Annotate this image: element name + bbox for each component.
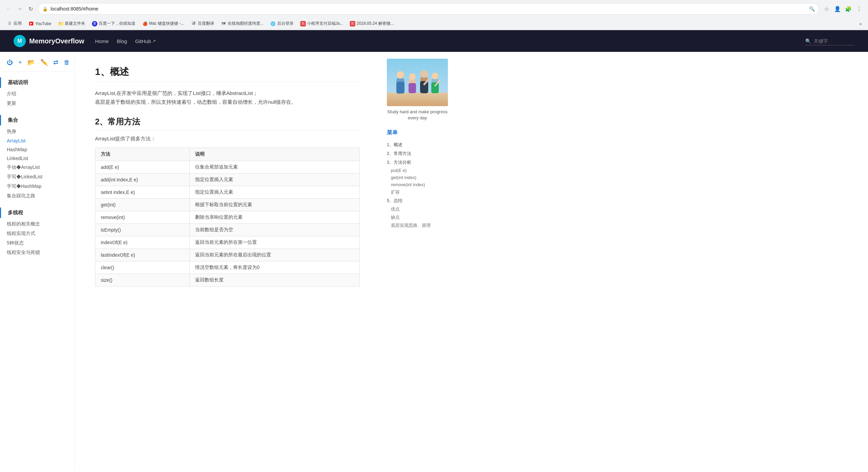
bookmark-backend[interactable]: 🌐 后台登录: [268, 20, 296, 27]
svg-rect-13: [431, 82, 439, 93]
external-link-icon: ↗: [152, 39, 156, 43]
add-button[interactable]: +: [18, 59, 22, 66]
bookmarks-bar: ⠿ 应用 ▶ YouTube 📁 新建文件夹 百 百度一下，你就知道 🍎 Mac…: [0, 18, 868, 30]
edit-button[interactable]: ✏️: [40, 59, 48, 66]
content-area: 1、概述 ArrayList,在开发中应用是很广范的，实现了List接口，继承A…: [75, 52, 380, 470]
table-cell-desc: 指定位置插入元素: [190, 186, 360, 199]
toc-item[interactable]: 缺点: [387, 213, 448, 221]
sidebar-item-write-linkedlist[interactable]: 手写◆LinkedList: [0, 172, 74, 182]
sidebar-item-warmup[interactable]: 热身: [0, 127, 74, 136]
right-sidebar: Study hard and make progress every day 菜…: [380, 52, 455, 470]
sidebar-item-thread-safety[interactable]: 线程安全与死锁: [0, 248, 74, 257]
table-cell-desc: 指定位置插入元素: [190, 174, 360, 186]
toc-item[interactable]: get(int index): [387, 174, 448, 181]
sidebar-item-hashmap[interactable]: HashMap: [0, 145, 74, 154]
reload-button[interactable]: ↻: [26, 4, 35, 14]
sidebar-item-arraylist[interactable]: ArrayList: [0, 136, 74, 145]
sidebar-section-multithread: 多线程 线程的相关概念 线程实现方式 5种状态 线程安全与死锁: [0, 208, 74, 257]
table-cell-desc: 返回当前元素的所在第一位置: [190, 236, 360, 249]
sidebar-item-collection-pitfalls[interactable]: 集合踩坑之路: [0, 191, 74, 201]
bookmark-mac[interactable]: 🍎 Mac 键盘快捷键 -...: [139, 20, 187, 27]
table-row: remove(int)删除当亲响位置的元素: [95, 211, 360, 224]
search-icon: 🔍: [809, 6, 815, 12]
more-options-button[interactable]: ⋮: [854, 4, 864, 14]
nav-blog[interactable]: Blog: [117, 38, 127, 44]
bookmark-translate-label: 百度翻译: [198, 21, 214, 26]
globe-icon: 🌐: [270, 21, 276, 26]
extensions-button[interactable]: 🧩: [844, 4, 853, 14]
toc-title: 菜单: [387, 129, 448, 136]
folder-icon: 📁: [58, 21, 63, 26]
address-bar[interactable]: 🔒 🔍: [38, 3, 819, 15]
github-label: GitHub: [135, 38, 151, 44]
back-button[interactable]: ←: [4, 4, 14, 14]
toc-item[interactable]: 5、总结: [387, 196, 448, 205]
bookmark-decrypt-label: 2018.05.24 解密微...: [357, 21, 394, 26]
table-header-method: 方法: [95, 148, 190, 161]
bookmark-miniapp[interactable]: 简 小程序支付后端Ja...: [298, 20, 346, 27]
svg-rect-4: [396, 82, 404, 94]
search-input[interactable]: [814, 38, 854, 44]
share-button[interactable]: ⇄: [53, 59, 58, 66]
table-header-desc: 说明: [190, 148, 360, 161]
power-button[interactable]: ⏻: [7, 59, 13, 66]
toc-item[interactable]: 优点: [387, 205, 448, 213]
sidebar-item-linkedlist[interactable]: LinkedList: [0, 154, 74, 163]
toc-item[interactable]: 3、方法分析: [387, 158, 448, 167]
browser-actions: ☆ 👤 🧩 ⋮: [822, 4, 864, 14]
bookmark-apps-label: 应用: [14, 21, 22, 26]
toc-item[interactable]: 底层实现思路、原理: [387, 221, 448, 230]
bookmark-baidu[interactable]: 百 百度一下，你就知道: [89, 20, 138, 27]
toc-item[interactable]: 扩容: [387, 188, 448, 196]
table-cell-method: get(int): [95, 199, 190, 211]
svg-rect-7: [409, 83, 416, 93]
section2-intro: ArrayList提供了很多方法：: [95, 136, 360, 142]
toc-item[interactable]: remove(int index): [387, 181, 448, 188]
sidebar-section-collection: 集合 热身 ArrayList HashMap LinkedList 手动◆Ar…: [0, 115, 74, 201]
bookmark-youtube[interactable]: ▶ YouTube: [26, 20, 54, 27]
folder-button[interactable]: 📂: [27, 59, 35, 66]
bookmark-star-button[interactable]: ☆: [822, 4, 831, 14]
nav-home[interactable]: Home: [95, 38, 109, 44]
apps-icon: ⠿: [7, 21, 12, 26]
decrypt-icon: 简: [350, 21, 355, 26]
sidebar-item-intro[interactable]: 介绍: [0, 89, 74, 99]
sidebar-item-manual-arraylist[interactable]: 手动◆ArrayList: [0, 163, 74, 172]
toc-item[interactable]: put(E e): [387, 167, 448, 174]
sidebar-item-update[interactable]: 更新: [0, 99, 74, 108]
site-search[interactable]: 🔍: [805, 37, 854, 45]
bookmark-miniapp-label: 小程序支付后端Ja...: [307, 21, 343, 26]
url-input[interactable]: [51, 6, 806, 12]
profile-button[interactable]: 👤: [833, 4, 842, 14]
toc-item[interactable]: 1、概述: [387, 140, 448, 149]
toc-item[interactable]: 2、常用方法: [387, 149, 448, 158]
sidebar-item-thread-states[interactable]: 5种状态: [0, 238, 74, 248]
bookmark-translate[interactable]: 译 百度翻译: [188, 20, 217, 27]
site-logo[interactable]: M MemoryOverflow: [14, 35, 84, 47]
section1-heading: 1、概述: [95, 65, 360, 82]
sidebar-item-thread-concepts[interactable]: 线程的相关概念: [0, 219, 74, 229]
table-row: setint index,E e)指定位置插入元素: [95, 186, 360, 199]
table-cell-method: isEmpty(): [95, 224, 190, 236]
svg-point-6: [409, 73, 416, 80]
delete-button[interactable]: 🗑: [64, 59, 70, 66]
sidebar: ⏻ + 📂 ✏️ ⇄ 🗑 基础说明 介绍 更新 集合 热身 ArrayList …: [0, 52, 75, 470]
table-row: lastIndexOf(E e)返回当前元素的所在最后出现的位置: [95, 249, 360, 261]
bookmark-apps[interactable]: ⠿ 应用: [4, 20, 24, 27]
section2-heading: 2、常用方法: [95, 116, 360, 130]
bookmark-new-folder[interactable]: 📁 新建文件夹: [55, 20, 88, 27]
table-row: add(int index,E e)指定位置插入元素: [95, 174, 360, 186]
logo-icon: M: [14, 35, 26, 47]
sidebar-toolbar: ⏻ + 📂 ✏️ ⇄ 🗑: [0, 59, 74, 72]
nav-github[interactable]: GitHub ↗: [135, 38, 156, 44]
browser-toolbar: ← → ↻ 🔒 🔍 ☆ 👤 🧩 ⋮: [0, 0, 868, 18]
svg-point-3: [397, 71, 404, 79]
bookmarks-more-button[interactable]: »: [857, 20, 864, 27]
bookmark-map[interactable]: 🗺 在线地图经度纬度...: [218, 20, 266, 27]
bookmark-decrypt[interactable]: 简 2018.05.24 解密微...: [347, 20, 396, 27]
sidebar-item-write-hashmap[interactable]: 手写◆HashMap: [0, 182, 74, 191]
forward-button[interactable]: →: [15, 4, 24, 14]
table-cell-method: add(int index,E e): [95, 174, 190, 186]
image-caption: Study hard and make progress every day: [387, 109, 448, 121]
sidebar-item-thread-impl[interactable]: 线程实现方式: [0, 229, 74, 238]
